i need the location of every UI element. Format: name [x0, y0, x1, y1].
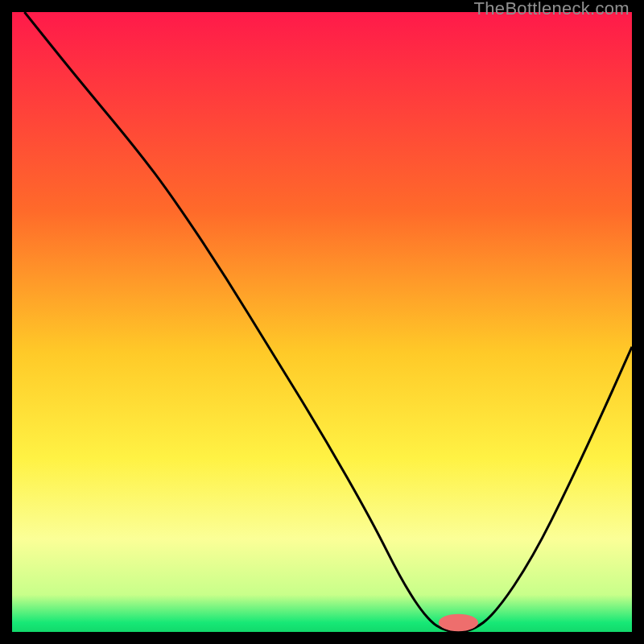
chart-frame: [12, 12, 632, 632]
optimal-marker: [439, 614, 478, 632]
chart-svg: [12, 12, 632, 632]
heatmap-background: [12, 12, 632, 632]
watermark-text: TheBottleneck.com: [474, 0, 630, 19]
